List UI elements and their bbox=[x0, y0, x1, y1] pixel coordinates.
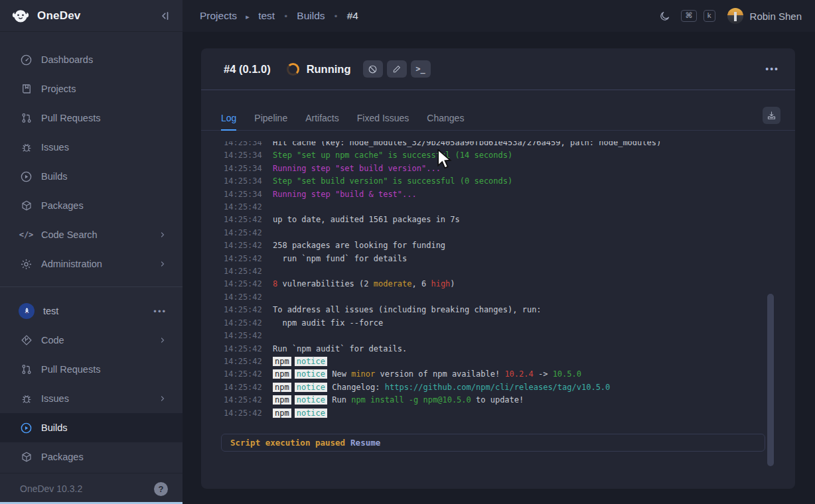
code-search-icon: </> bbox=[20, 229, 33, 241]
sidebar-item-label: Issues bbox=[41, 142, 69, 153]
build-title: #4 (0.1.0) bbox=[224, 63, 271, 76]
gear-icon bbox=[20, 258, 33, 271]
resume-link[interactable]: Resume bbox=[350, 438, 380, 448]
sidebar-item-code[interactable]: Code bbox=[0, 326, 183, 355]
sidebar-item-issues[interactable]: Issues bbox=[0, 133, 183, 162]
sidebar-item-pull-requests[interactable]: Pull Requests bbox=[0, 103, 183, 133]
sidebar-item-label: Pull Requests bbox=[41, 113, 100, 123]
log-line: 14:25:42To address all issues (including… bbox=[224, 304, 755, 316]
main-content: #4 (0.1.0) Running >_ ••• Log Pipeline A… bbox=[183, 32, 815, 504]
log-lines: 14:25:34Hit cache (key: node_modules_32/… bbox=[224, 141, 755, 420]
sidebar-item-label: Builds bbox=[41, 171, 68, 182]
app-title: OneDev bbox=[37, 9, 80, 23]
breadcrumb-build-number: #4 bbox=[347, 10, 358, 21]
topbar-right: ⌘ k Robin Shen bbox=[659, 8, 802, 24]
log-line: 14:25:42npmnotice Run npm install -g npm… bbox=[224, 394, 755, 407]
sidebar-item-project-packages[interactable]: Packages bbox=[0, 442, 183, 472]
log-line: 14:25:42 npm audit fix --force bbox=[224, 317, 755, 330]
edit-build-button[interactable] bbox=[387, 60, 407, 78]
sidebar-item-code-search[interactable]: </> Code Search bbox=[0, 220, 183, 249]
app-version: OneDev 10.3.2 bbox=[20, 483, 82, 494]
download-log-icon[interactable] bbox=[763, 107, 780, 124]
moon-icon[interactable] bbox=[659, 11, 670, 22]
sidebar-item-projects[interactable]: Projects bbox=[0, 74, 183, 103]
breadcrumb-projects[interactable]: Projects bbox=[200, 10, 237, 21]
sidebar-divider bbox=[0, 286, 183, 287]
pause-notice: Script execution paused Resume bbox=[221, 434, 765, 452]
log-line: 14:25:34Step "set build version" is succ… bbox=[224, 175, 755, 188]
log-line: 14:25:42Run `npm audit` for details. bbox=[224, 343, 755, 355]
log-line: 14:25:42 run `npm fund` for details bbox=[224, 253, 755, 265]
log-line: 14:25:34Step "set up npm cache" is succe… bbox=[224, 149, 755, 162]
sidebar-item-label: Projects bbox=[41, 84, 76, 94]
user-name[interactable]: Robin Shen bbox=[750, 11, 802, 22]
tab-fixed-issues[interactable]: Fixed Issues bbox=[357, 106, 409, 130]
log-line: 14:25:42npmnotice bbox=[224, 407, 755, 420]
tab-log[interactable]: Log bbox=[221, 106, 236, 130]
sidebar-item-project-issues[interactable]: Issues bbox=[0, 384, 183, 413]
package-cube-icon bbox=[20, 451, 33, 464]
build-actions: >_ bbox=[363, 60, 431, 78]
sidebar-item-project-pull-requests[interactable]: Pull Requests bbox=[0, 355, 183, 384]
terminal-button[interactable]: >_ bbox=[411, 60, 431, 78]
dashboard-gauge-icon bbox=[20, 54, 33, 66]
play-circle-icon bbox=[20, 170, 33, 183]
project-more-icon[interactable]: ••• bbox=[153, 306, 167, 316]
pull-request-icon bbox=[20, 112, 33, 125]
sidebar-item-label: Builds bbox=[41, 422, 68, 433]
sidebar-item-administration[interactable]: Administration bbox=[0, 249, 183, 279]
git-branch-icon bbox=[20, 334, 33, 347]
sidebar-item-dashboards[interactable]: Dashboards bbox=[0, 45, 183, 74]
sidebar-item-label: Issues bbox=[41, 393, 69, 404]
avatar[interactable] bbox=[727, 8, 743, 24]
build-card: #4 (0.1.0) Running >_ ••• Log Pipeline A… bbox=[201, 48, 795, 489]
log-line: 14:25:42npmnotice bbox=[224, 355, 755, 368]
more-actions-icon[interactable]: ••• bbox=[765, 64, 779, 74]
build-tabs: Log Pipeline Artifacts Fixed Issues Chan… bbox=[201, 106, 795, 131]
sidebar-item-label: Administration bbox=[41, 259, 102, 269]
sidebar: OneDev Dashboards Projects Pull Requests… bbox=[0, 0, 183, 504]
package-cube-icon bbox=[20, 200, 33, 212]
cmd-key-badge[interactable]: ⌘ bbox=[681, 10, 697, 22]
pause-text: Script execution paused bbox=[230, 438, 345, 448]
tab-pipeline[interactable]: Pipeline bbox=[254, 106, 287, 130]
bug-icon bbox=[20, 393, 33, 405]
sidebar-item-project-builds[interactable]: Builds bbox=[0, 413, 183, 442]
build-log: 14:25:34Hit cache (key: node_modules_32/… bbox=[224, 141, 755, 428]
k-key-badge[interactable]: k bbox=[704, 10, 715, 22]
breadcrumb-dot-separator: • bbox=[284, 11, 287, 21]
sidebar-item-label: Packages bbox=[41, 452, 84, 462]
log-line: 14:25:42258 packages are looking for fun… bbox=[224, 239, 755, 252]
tab-changes[interactable]: Changes bbox=[427, 106, 464, 130]
breadcrumb-project-test[interactable]: test bbox=[258, 10, 275, 21]
cancel-build-button[interactable] bbox=[363, 60, 383, 78]
running-spinner-icon bbox=[287, 63, 299, 76]
log-line: 14:25:42up to date, audited 1561 package… bbox=[224, 214, 755, 226]
onedev-logo-icon bbox=[11, 6, 31, 26]
log-line: 14:25:34Hit cache (key: node_modules_32/… bbox=[224, 141, 755, 149]
help-icon[interactable]: ? bbox=[154, 482, 168, 496]
chevron-right-icon bbox=[159, 336, 167, 344]
sidebar-main-nav: Dashboards Projects Pull Requests Issues… bbox=[0, 32, 183, 279]
sidebar-item-label: Pull Requests bbox=[41, 364, 100, 375]
sidebar-project-row[interactable]: test ••• bbox=[0, 296, 183, 326]
log-line: 14:25:42npmnotice Changelog: https://git… bbox=[224, 381, 755, 394]
log-line: 14:25:34Running step "build & test"... bbox=[224, 188, 755, 201]
log-line: 14:25:42 bbox=[224, 201, 755, 214]
log-line: 14:25:42npmnotice New minor version of n… bbox=[224, 368, 755, 381]
pull-request-icon bbox=[20, 363, 33, 376]
collapse-sidebar-icon[interactable] bbox=[159, 10, 171, 22]
log-scrollbar[interactable] bbox=[767, 294, 774, 466]
log-line: 14:25:42 bbox=[224, 227, 755, 239]
breadcrumb-arrow-separator: ▸ bbox=[246, 13, 250, 21]
sidebar-item-builds[interactable]: Builds bbox=[0, 162, 183, 191]
chevron-right-icon bbox=[159, 260, 167, 268]
topbar: Projects ▸ test • Builds • #4 ⌘ k Robin … bbox=[183, 0, 815, 32]
build-header: #4 (0.1.0) Running >_ ••• bbox=[201, 48, 795, 90]
sidebar-item-packages[interactable]: Packages bbox=[0, 191, 183, 220]
tab-artifacts[interactable]: Artifacts bbox=[305, 106, 339, 130]
rocket-avatar-icon bbox=[19, 303, 35, 319]
breadcrumb-dot-separator: • bbox=[334, 11, 338, 21]
sidebar-header: OneDev bbox=[0, 0, 183, 32]
breadcrumb-builds[interactable]: Builds bbox=[297, 10, 325, 21]
